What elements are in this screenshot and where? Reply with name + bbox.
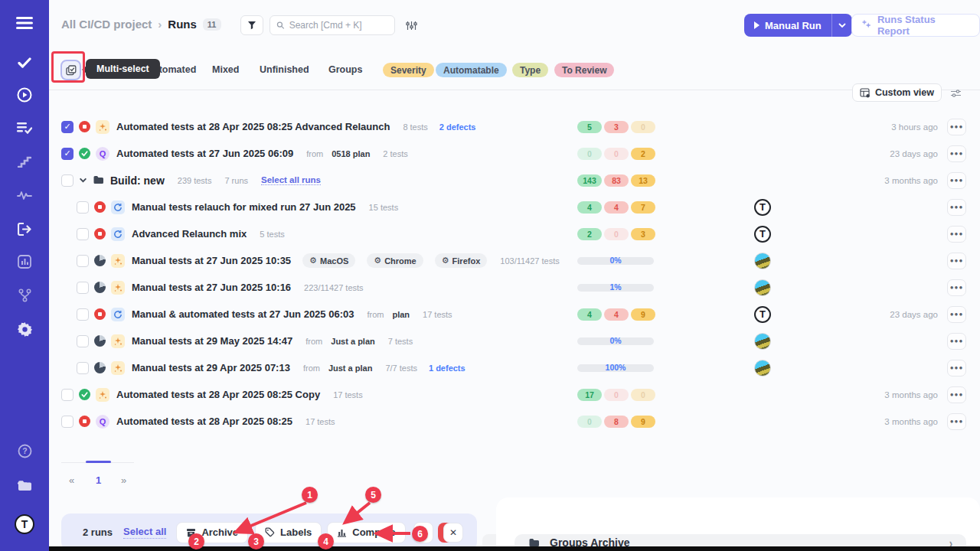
- sign-in-icon[interactable]: [0, 217, 49, 240]
- svg-text:T: T: [21, 518, 28, 530]
- tab-unfinished[interactable]: Unfinished: [260, 64, 309, 75]
- row-checkbox[interactable]: [77, 228, 89, 240]
- groups-archive-panel: Groups Archive ›: [496, 497, 980, 551]
- activity-icon[interactable]: [0, 184, 49, 207]
- custom-view-label: Custom view: [875, 87, 934, 98]
- search-box[interactable]: [270, 15, 395, 35]
- row-more-button[interactable]: ●●●: [947, 279, 966, 296]
- row-more-button[interactable]: ●●●: [947, 199, 966, 216]
- search-settings-icon[interactable]: [406, 20, 417, 34]
- row-more-button[interactable]: ●●●: [947, 145, 966, 162]
- row-more-button[interactable]: ●●●: [947, 119, 966, 135]
- chevron-down-icon[interactable]: [79, 176, 87, 184]
- row-more-button[interactable]: ●●●: [947, 333, 966, 350]
- run-title[interactable]: Automated tests at 27 Jun 2025 06:09: [116, 148, 293, 159]
- status-passed-icon: [79, 389, 90, 400]
- tab-groups[interactable]: Groups: [328, 64, 362, 75]
- row-checkbox[interactable]: [77, 362, 89, 374]
- row-more-button[interactable]: ●●●: [947, 253, 966, 269]
- defects-link[interactable]: 1 defects: [429, 364, 466, 373]
- reports-icon[interactable]: [0, 250, 49, 273]
- filter-chip-type[interactable]: Type: [512, 63, 548, 77]
- row-more-button[interactable]: ●●●: [947, 386, 966, 403]
- row-more-button[interactable]: ●●●: [947, 306, 966, 323]
- tests-count: 15 tests: [369, 203, 399, 212]
- run-title[interactable]: Manual tests at 29 Apr 2025 07:13: [132, 362, 290, 373]
- tests-count: 223/11427 tests: [304, 283, 363, 292]
- hamburger-menu-icon[interactable]: [0, 11, 49, 34]
- play-circle-icon[interactable]: [0, 83, 49, 106]
- manual-run-split-button[interactable]: Manual Run: [744, 14, 852, 37]
- run-title[interactable]: Manual tests at 27 Jun 2025 10:35: [132, 255, 291, 266]
- row-checkbox[interactable]: [77, 335, 89, 347]
- progress-percent: 100%: [577, 363, 654, 372]
- manual-run-dropdown[interactable]: [831, 14, 852, 37]
- filter-chip-severity[interactable]: Severity: [383, 63, 434, 77]
- view-settings-icon[interactable]: [950, 87, 962, 101]
- projects-folder-icon[interactable]: [0, 474, 49, 497]
- runs-status-report-button[interactable]: Runs Status Report: [851, 14, 980, 37]
- breadcrumb: All CI/CD project › Runs 11: [61, 18, 221, 31]
- row-more-button[interactable]: ●●●: [947, 226, 966, 243]
- play-icon: [754, 21, 760, 29]
- run-title[interactable]: Manual tests at 29 May 2025 14:47: [132, 335, 292, 347]
- automation-magic-icon: [96, 120, 109, 134]
- pagination-page-1[interactable]: 1: [96, 474, 101, 486]
- branch-icon[interactable]: [0, 284, 49, 307]
- table-row: QAutomated tests at 28 Apr 2025 08:2517 …: [49, 408, 980, 435]
- row-checkbox[interactable]: [77, 255, 89, 267]
- row-checkbox[interactable]: [77, 282, 89, 294]
- checkmark-icon[interactable]: [0, 51, 49, 74]
- defects-link[interactable]: 2 defects: [439, 122, 476, 132]
- breadcrumb-separator-icon: ›: [158, 18, 162, 31]
- row-checkbox[interactable]: [77, 201, 89, 214]
- row-checkbox[interactable]: ✓: [61, 148, 74, 160]
- pagination-next[interactable]: »: [121, 474, 126, 486]
- select-all-runs-link[interactable]: Select all runs: [261, 175, 321, 185]
- labels-button[interactable]: Labels: [255, 522, 322, 543]
- search-icon: [276, 21, 285, 30]
- run-title[interactable]: Advanced Relaunch mix: [132, 228, 247, 240]
- multi-select-button[interactable]: [60, 60, 81, 80]
- custom-view-button[interactable]: Custom view: [852, 83, 942, 102]
- close-selection-button[interactable]: ✕: [443, 523, 463, 543]
- row-checkbox[interactable]: ✓: [61, 121, 74, 133]
- select-all-link[interactable]: Select all: [123, 526, 166, 539]
- milestones-icon[interactable]: [0, 150, 49, 173]
- settings-gear-icon[interactable]: [0, 318, 49, 341]
- table-row: Manual tests at 27 Jun 2025 10:35⚙MacOS⚙…: [49, 247, 980, 274]
- row-checkbox[interactable]: [61, 416, 74, 428]
- manual-run-button[interactable]: Manual Run: [744, 14, 831, 37]
- tab-mixed[interactable]: Mixed: [212, 64, 239, 75]
- compare-button[interactable]: Compare: [327, 522, 405, 543]
- help-icon[interactable]: ?: [0, 439, 49, 462]
- user-avatar[interactable]: T: [0, 513, 49, 536]
- filter-button[interactable]: [240, 15, 263, 35]
- row-checkbox[interactable]: [61, 389, 74, 401]
- run-title[interactable]: Manual & automated tests at 27 Jun 2025 …: [132, 308, 354, 320]
- breadcrumb-project[interactable]: All CI/CD project: [61, 18, 152, 31]
- run-title[interactable]: Manual tests relauch for mixed run 27 Ju…: [132, 201, 356, 213]
- tests-count: 5 tests: [260, 230, 284, 239]
- row-more-button[interactable]: ●●●: [947, 413, 966, 430]
- run-title[interactable]: Automated tests at 28 Apr 2025 08:25 Adv…: [116, 121, 390, 132]
- test-cases-icon[interactable]: [0, 116, 49, 139]
- run-title[interactable]: Automated tests at 28 Apr 2025 08:25: [116, 416, 292, 427]
- run-title[interactable]: Manual tests at 27 Jun 2025 10:16: [132, 282, 291, 293]
- filter-chip-to-review[interactable]: To Review: [554, 63, 614, 77]
- filter-chip-automatable[interactable]: Automatable: [436, 63, 507, 77]
- group-title[interactable]: Build: new: [110, 174, 165, 187]
- status-in-progress-icon: [94, 335, 106, 347]
- row-more-button[interactable]: ●●●: [947, 172, 966, 189]
- run-title[interactable]: Automated tests at 28 Apr 2025 08:25 Cop…: [116, 389, 320, 400]
- sparkles-icon: [861, 20, 872, 31]
- row-checkbox[interactable]: [77, 308, 89, 321]
- search-input[interactable]: [289, 20, 388, 31]
- relaunch-icon: [111, 308, 125, 321]
- tests-count: 8 tests: [403, 122, 427, 132]
- row-more-button[interactable]: ●●●: [947, 360, 966, 377]
- archive-button[interactable]: Archive: [176, 522, 248, 543]
- status-failed-icon: [94, 201, 106, 213]
- row-checkbox[interactable]: [61, 174, 74, 187]
- pagination-prev[interactable]: «: [69, 474, 74, 486]
